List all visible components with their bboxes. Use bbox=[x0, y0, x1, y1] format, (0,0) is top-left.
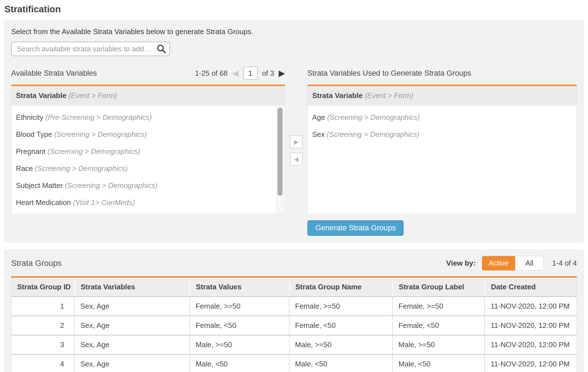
selected-list-body: Age (Screening > Demographics) Sex (Scre… bbox=[308, 106, 577, 214]
scrollbar-thumb[interactable] bbox=[278, 108, 283, 196]
table-row: 4 Sex, Age Male, <50 Male, <50 Male, <50… bbox=[11, 354, 577, 372]
next-page-icon[interactable]: ▶ bbox=[279, 69, 285, 77]
page-number-input[interactable] bbox=[243, 66, 258, 80]
move-left-button[interactable]: ◀ bbox=[290, 153, 303, 166]
dual-list-area: Available Strata Variables 1-25 of 68 ◀ … bbox=[11, 66, 577, 236]
list-header-context: (Event > Form) bbox=[365, 91, 413, 100]
pagination-range: 1-25 of 68 bbox=[195, 69, 227, 78]
column-header-strata-group-name: Strata Group Name bbox=[289, 278, 392, 296]
scrollbar-track[interactable] bbox=[276, 106, 284, 213]
strata-groups-header: Strata Groups View by: Active All 1-4 of… bbox=[11, 256, 577, 271]
move-right-icon: ▶ bbox=[294, 139, 298, 145]
selected-list-header: Strata Variable (Event > Form) bbox=[308, 86, 577, 106]
groups-range-count: 1-4 of 4 bbox=[552, 259, 577, 268]
table-row: 1 Sex, Age Female, >=50 Female, >=50 Fem… bbox=[11, 296, 577, 316]
column-header-strata-variables: Strata Variables bbox=[74, 278, 189, 296]
move-right-button[interactable]: ▶ bbox=[290, 135, 303, 148]
list-item[interactable]: Ethnicity (Pre-Screening > Demographics) bbox=[11, 109, 285, 126]
selected-variables-column: Strata Variables Used to Generate Strata… bbox=[307, 66, 577, 236]
list-header-context: (Event > Form) bbox=[68, 91, 117, 100]
stratification-page: Stratification Select from the Available… bbox=[0, 0, 588, 372]
view-by-active-button[interactable]: Active bbox=[482, 256, 515, 270]
prev-page-icon[interactable]: ◀ bbox=[232, 69, 238, 77]
search-box bbox=[11, 42, 170, 56]
column-header-strata-group-id: Strata Group ID bbox=[11, 278, 74, 296]
view-by-all-button[interactable]: All bbox=[515, 256, 544, 270]
instruction-text: Select from the Available Strata Variabl… bbox=[11, 27, 577, 36]
list-header-name: Strata Variable bbox=[312, 91, 363, 100]
available-list-header: Strata Variable (Event > Form) bbox=[11, 86, 285, 106]
page-title: Stratification bbox=[4, 4, 584, 15]
selected-variables-list: Strata Variable (Event > Form) Age (Scre… bbox=[307, 85, 577, 214]
pagination-total: of 3 bbox=[262, 69, 274, 78]
search-input[interactable] bbox=[11, 42, 170, 56]
column-header-strata-values: Strata Values bbox=[189, 278, 289, 296]
available-variables-column: Available Strata Variables 1-25 of 68 ◀ … bbox=[11, 66, 285, 236]
list-item[interactable]: Sex (Screening > Demographics) bbox=[308, 126, 577, 143]
list-item[interactable]: Race (Screening > Demographics) bbox=[11, 160, 285, 177]
view-by-toggle: Active All bbox=[482, 256, 544, 271]
available-variables-list: Strata Variable (Event > Form) Ethnicity… bbox=[11, 85, 285, 214]
view-by-label: View by: bbox=[446, 259, 476, 268]
strata-groups-panel: Strata Groups View by: Active All 1-4 of… bbox=[4, 249, 584, 372]
list-item[interactable]: Subject Matter (Screening > Demographics… bbox=[11, 177, 285, 194]
list-header-name: Strata Variable bbox=[16, 91, 67, 100]
table-row: 3 Sex, Age Male, >=50 Male, >=50 Male, >… bbox=[11, 335, 577, 354]
strata-groups-table: Strata Group ID Strata Variables Strata … bbox=[11, 276, 577, 372]
table-body: 1 Sex, Age Female, >=50 Female, >=50 Fem… bbox=[11, 296, 577, 372]
available-variables-title: Available Strata Variables bbox=[11, 69, 97, 78]
list-item[interactable]: Heart Medication (Visit 1> ConMeds) bbox=[11, 194, 285, 211]
list-item[interactable]: Pregnant (Screening > Demographics) bbox=[11, 143, 285, 160]
move-left-icon: ◀ bbox=[294, 156, 298, 162]
search-icon[interactable] bbox=[157, 44, 166, 54]
list-item[interactable]: Blood Type (Screening > Demographics) bbox=[11, 126, 285, 143]
list-item[interactable]: Age (Screening > Demographics) bbox=[308, 109, 577, 126]
available-list-body: Ethnicity (Pre-Screening > Demographics)… bbox=[11, 106, 285, 214]
strata-groups-title: Strata Groups bbox=[11, 259, 446, 268]
strata-selection-panel: Select from the Available Strata Variabl… bbox=[4, 20, 584, 243]
generate-strata-groups-button[interactable]: Generate Strata Groups bbox=[307, 220, 404, 236]
selected-variables-title: Strata Variables Used to Generate Strata… bbox=[307, 69, 471, 78]
column-header-date-created: Date Created bbox=[484, 278, 577, 296]
table-row: 2 Sex, Age Female, <50 Female, <50 Femal… bbox=[11, 316, 577, 335]
transfer-controls: ▶ ◀ bbox=[285, 66, 307, 236]
table-header-row: Strata Group ID Strata Variables Strata … bbox=[11, 278, 577, 296]
pagination: 1-25 of 68 ◀ of 3 ▶ bbox=[195, 66, 285, 80]
column-header-strata-group-label: Strata Group Label bbox=[392, 278, 485, 296]
